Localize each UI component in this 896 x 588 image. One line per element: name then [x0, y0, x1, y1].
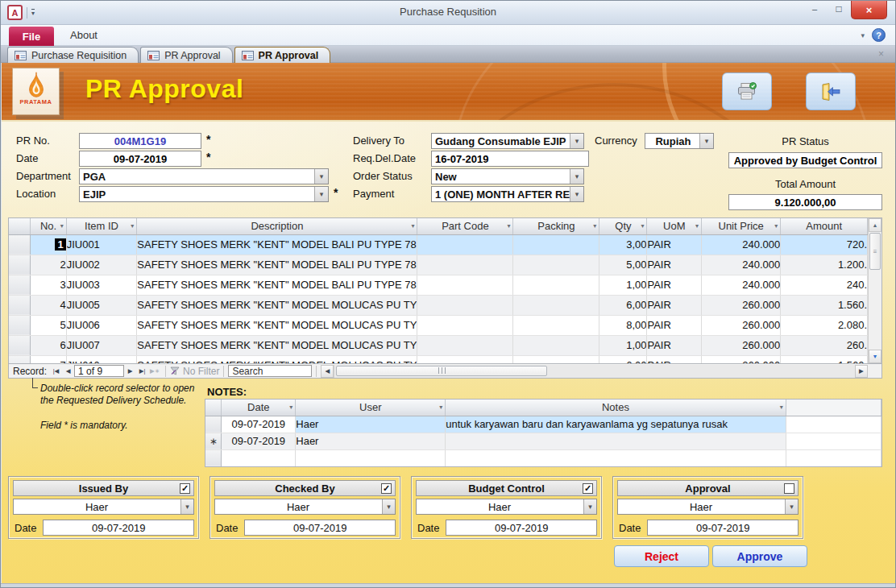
location-combobox[interactable]: EJIP ▾ [79, 186, 329, 202]
delivery-to-combobox[interactable]: Gudang Consumable EJIP ▾ [431, 133, 584, 149]
cell-user[interactable]: Haer [296, 416, 446, 433]
cell-user[interactable] [296, 449, 446, 466]
signoff-checkbox[interactable]: ✓ [381, 483, 392, 494]
cell-item-id[interactable]: JIU005 [66, 295, 137, 315]
cell-notes[interactable] [446, 433, 786, 449]
row-selector[interactable] [9, 234, 31, 255]
tab-pr-approval-active[interactable]: PR Approval [234, 47, 331, 63]
cell-uom[interactable]: PAIR [647, 234, 702, 255]
cell-user[interactable]: Haer [296, 433, 446, 449]
scroll-up-icon[interactable]: ▲ [869, 218, 881, 232]
cell-description[interactable]: SAFETY SHOES MERK "KENT" MODEL MOLUCAS P… [137, 335, 417, 355]
chevron-down-icon[interactable]: ▾ [314, 187, 328, 201]
cell-unit-price[interactable]: 260.000 [702, 295, 781, 315]
table-row[interactable]: 4 JIU005 SAFETY SHOES MERK "KENT" MODEL … [9, 295, 868, 315]
vertical-scrollbar[interactable]: ▲ ≡ ▼ [868, 218, 881, 363]
sort-arrow-icon[interactable]: ▾ [593, 222, 596, 230]
cell-amount[interactable]: 1.200. [781, 255, 868, 275]
cell-description[interactable]: SAFETY SHOES MERK "KENT" MODEL MOLUCAS P… [137, 315, 417, 335]
cell-amount[interactable]: 260. [781, 335, 868, 355]
table-row[interactable]: 2 JIU002 SAFETY SHOES MERK "KENT" MODEL … [9, 255, 868, 275]
signoff-checkbox[interactable]: ✓ [180, 483, 190, 494]
chevron-down-icon[interactable]: ▾ [583, 499, 596, 514]
signoff-user-combobox[interactable]: Haer ▾ [13, 499, 194, 515]
column-header-date[interactable]: Date▾ [222, 400, 296, 416]
cell-part-code[interactable] [417, 315, 513, 335]
cell-packing[interactable] [513, 234, 599, 255]
cell-no[interactable]: 6 [31, 335, 66, 355]
cell-packing[interactable] [513, 355, 599, 363]
previous-record-button[interactable]: ◀ [62, 366, 74, 377]
sort-arrow-icon[interactable]: ▾ [780, 404, 783, 411]
search-input[interactable]: Search [228, 365, 312, 377]
scroll-down-icon[interactable]: ▼ [869, 350, 881, 363]
cell-qty[interactable]: 1,00 [599, 335, 647, 355]
cell-uom[interactable]: PAIR [647, 275, 702, 295]
cell-notes[interactable] [446, 449, 786, 466]
row-selector[interactable] [9, 255, 31, 275]
reject-button[interactable]: Reject [614, 545, 709, 567]
cell-uom[interactable]: PAIR [647, 295, 702, 315]
chevron-down-icon[interactable]: ▾ [180, 499, 193, 514]
cell-qty[interactable]: 8,00 [599, 315, 647, 335]
sort-arrow-icon[interactable]: ▾ [289, 404, 292, 411]
cell-part-code[interactable] [417, 275, 513, 295]
table-row[interactable]: 7 JIU010 SAFETY SHOES MERK "KENT" MODEL … [9, 355, 868, 363]
column-header-no[interactable]: No.▾ [31, 218, 66, 234]
sort-arrow-icon[interactable]: ▾ [439, 404, 442, 411]
cell-unit-price[interactable]: 260.000 [702, 355, 781, 363]
print-button[interactable] [722, 72, 772, 110]
cell-date[interactable]: 09-07-2019 [222, 416, 296, 433]
scroll-right-icon[interactable]: ▶ [855, 365, 868, 378]
chevron-down-icon[interactable]: ▾ [570, 134, 583, 148]
chevron-down-icon[interactable]: ▾ [570, 169, 583, 184]
notes-row-empty[interactable] [205, 449, 881, 466]
currency-combobox[interactable]: Rupiah ▾ [645, 133, 714, 149]
sort-arrow-icon[interactable]: ▾ [411, 222, 414, 230]
cell-description[interactable]: SAFETY SHOES MERK "KENT" MODEL BALI PU T… [137, 234, 417, 255]
next-record-button[interactable]: ▶ [124, 366, 136, 377]
cell-no[interactable]: 7 [31, 355, 66, 363]
cell-item-id[interactable]: JIU006 [66, 315, 137, 335]
chevron-down-icon[interactable]: ▾ [314, 169, 328, 184]
cell-packing[interactable] [513, 275, 599, 295]
cell-item-id[interactable]: JIU003 [66, 275, 137, 295]
cell-unit-price[interactable]: 240.000 [702, 255, 781, 275]
cell-unit-price[interactable]: 260.000 [702, 335, 781, 355]
cell-qty[interactable]: 3,00 [599, 234, 647, 255]
cell-description[interactable]: SAFETY SHOES MERK "KENT" MODEL BALI PU T… [137, 255, 417, 275]
row-selector[interactable] [9, 335, 31, 355]
exit-button[interactable] [806, 72, 856, 110]
close-button[interactable]: × [851, 1, 887, 19]
row-selector[interactable] [9, 275, 31, 295]
cell-qty[interactable]: 1,00 [599, 275, 647, 295]
cell-no[interactable]: 4 [31, 295, 66, 315]
cell-amount[interactable]: 1.560. [781, 355, 868, 363]
row-selector[interactable] [205, 449, 222, 466]
column-header-unit-price[interactable]: Unit Price▾ [702, 218, 781, 234]
cell-part-code[interactable] [417, 255, 513, 275]
sort-arrow-icon[interactable]: ▾ [695, 222, 699, 230]
cell-amount[interactable]: 2.080. [781, 315, 868, 335]
cell-packing[interactable] [513, 335, 599, 355]
signoff-user-combobox[interactable]: Haer ▾ [214, 499, 396, 515]
column-header-description[interactable]: Description▾ [137, 218, 417, 234]
cell-qty[interactable]: 6,00 [599, 295, 647, 315]
new-record-marker[interactable]: ∗ [205, 433, 222, 449]
signoff-checkbox[interactable] [784, 483, 794, 494]
cell-description[interactable]: SAFETY SHOES MERK "KENT" MODEL MOLUCAS P… [137, 295, 417, 315]
cell-amount[interactable]: 240. [781, 275, 868, 295]
cell-date[interactable] [222, 449, 296, 466]
cell-part-code[interactable] [417, 234, 513, 255]
cell-item-id[interactable]: JIU001 [66, 234, 137, 255]
cell-packing[interactable] [513, 295, 599, 315]
row-selector-header[interactable] [9, 218, 31, 234]
horizontal-scroll-thumb[interactable] [336, 366, 547, 376]
order-status-combobox[interactable]: New ▾ [431, 168, 584, 184]
maximize-button[interactable]: □ [827, 1, 851, 17]
sort-arrow-icon[interactable]: ▾ [60, 222, 64, 230]
signoff-date-field[interactable]: 09-07-2019 [43, 520, 194, 536]
row-selector[interactable] [9, 355, 31, 363]
last-record-button[interactable]: ▶| [136, 366, 148, 377]
cell-no[interactable]: 5 [31, 315, 66, 335]
